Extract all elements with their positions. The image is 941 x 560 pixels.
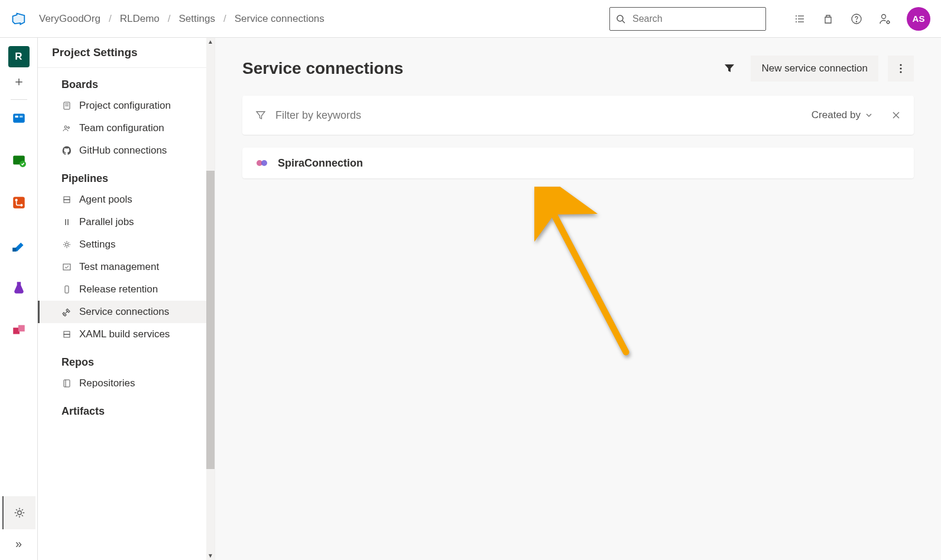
rail-project-tile[interactable]: R (8, 46, 30, 67)
rail-repos-icon[interactable] (8, 192, 30, 213)
settings-sidebar: ▲ ▼ Project Settings Boards Project conf… (38, 38, 215, 560)
new-connection-button[interactable]: New service connection (751, 56, 878, 82)
svg-point-9 (856, 21, 856, 21)
svg-point-19 (20, 204, 22, 206)
nav-team-configuration[interactable]: Team configuration (38, 117, 215, 139)
breadcrumb-project[interactable]: RLDemo (120, 13, 160, 25)
nav-xaml-build[interactable]: XAML build services (38, 323, 215, 346)
breadcrumb: VeryGoodOrg / RLDemo / Settings / Servic… (39, 13, 325, 25)
left-icon-rail: R ＋ » (0, 38, 38, 560)
azure-devops-logo-icon[interactable] (11, 11, 27, 27)
svg-rect-29 (64, 197, 70, 200)
scrollbar-up-arrow[interactable]: ▲ (206, 38, 215, 46)
svg-rect-20 (12, 248, 17, 252)
nav-label: Service connections (79, 306, 169, 318)
svg-point-23 (17, 511, 21, 515)
svg-rect-34 (63, 264, 70, 270)
repo-icon (61, 378, 72, 389)
svg-rect-17 (13, 197, 25, 209)
clear-filter-button[interactable] (891, 110, 901, 120)
rail-pipelines-icon[interactable] (8, 235, 30, 256)
svg-point-18 (15, 199, 17, 201)
settings-group-artifacts: Artifacts (38, 405, 215, 418)
svg-line-46 (545, 197, 626, 352)
filter-icon (255, 110, 266, 121)
rail-divider (11, 99, 27, 100)
settings-group-boards: Boards (38, 79, 215, 91)
svg-rect-35 (65, 286, 69, 293)
avatar[interactable]: AS (907, 7, 930, 31)
breadcrumb-page[interactable]: Service connections (235, 13, 325, 25)
page-title-row: Service connections New service connecti… (242, 56, 914, 82)
doc-icon (61, 100, 72, 111)
nav-project-configuration[interactable]: Project configuration (38, 95, 215, 117)
nav-label: GitHub connections (79, 145, 167, 157)
rail-worktracking-icon[interactable] (8, 149, 30, 171)
page-title: Service connections (242, 59, 403, 78)
sort-dropdown[interactable]: Created by (812, 109, 872, 121)
global-search[interactable] (609, 7, 766, 31)
rail-artifacts-icon[interactable] (8, 320, 30, 341)
nav-agent-pools[interactable]: Agent pools (38, 188, 215, 211)
svg-point-41 (900, 71, 901, 73)
gear-icon (61, 239, 72, 250)
nav-test-management[interactable]: Test management (38, 256, 215, 278)
sort-label: Created by (812, 109, 861, 121)
marketplace-icon[interactable] (822, 12, 835, 25)
main-content: Service connections New service connecti… (215, 38, 941, 560)
nav-label: Agent pools (79, 194, 132, 206)
breadcrumb-settings[interactable]: Settings (179, 13, 215, 25)
nav-label: XAML build services (79, 328, 170, 340)
svg-point-45 (261, 160, 267, 166)
rail-project-settings-icon[interactable] (2, 496, 35, 529)
nav-label: Release retention (79, 284, 158, 295)
nav-label: Project configuration (79, 100, 171, 112)
rail-boards-icon[interactable] (8, 107, 30, 128)
filter-input[interactable] (274, 109, 803, 122)
rail-testplans-icon[interactable] (8, 277, 30, 298)
connection-row[interactable]: SpiraConnection (242, 148, 914, 178)
work-items-icon[interactable] (793, 12, 806, 25)
svg-point-11 (887, 21, 889, 23)
svg-point-10 (882, 14, 886, 18)
search-icon (616, 14, 625, 24)
nav-label: Test management (79, 261, 159, 273)
nav-repositories[interactable]: Repositories (38, 372, 215, 395)
svg-rect-22 (18, 325, 24, 331)
breadcrumb-separator: / (168, 13, 171, 25)
test-icon (61, 262, 72, 272)
nav-github-connections[interactable]: GitHub connections (38, 139, 215, 162)
nav-release-retention[interactable]: Release retention (38, 278, 215, 301)
nav-parallel-jobs[interactable]: Parallel jobs (38, 211, 215, 233)
global-search-input[interactable] (631, 13, 760, 25)
svg-rect-12 (13, 114, 25, 123)
connection-name: SpiraConnection (278, 157, 363, 170)
svg-point-0 (617, 15, 623, 21)
svg-rect-30 (64, 200, 70, 203)
scrollbar-thumb[interactable] (206, 171, 215, 469)
scrollbar-down-arrow[interactable]: ▼ (206, 552, 215, 560)
nav-service-connections[interactable]: Service connections (38, 301, 215, 323)
more-actions-button[interactable] (888, 56, 914, 82)
top-header: VeryGoodOrg / RLDemo / Settings / Servic… (0, 0, 941, 38)
filter-toggle-button[interactable] (718, 57, 741, 80)
breadcrumb-separator: / (109, 13, 112, 25)
svg-point-40 (900, 67, 901, 69)
svg-point-27 (64, 126, 67, 128)
breadcrumb-org[interactable]: VeryGoodOrg (39, 13, 100, 25)
github-icon (61, 145, 72, 156)
help-icon[interactable] (850, 12, 863, 25)
connection-type-icon (255, 157, 268, 170)
rail-expand-icon[interactable]: » (8, 533, 30, 554)
svg-rect-14 (20, 116, 22, 118)
annotation-arrow (534, 187, 641, 364)
user-settings-icon[interactable] (878, 12, 891, 25)
nav-label: Team configuration (79, 122, 164, 134)
rail-add-button[interactable]: ＋ (8, 71, 30, 92)
chevron-down-icon (865, 112, 872, 119)
settings-group-pipelines: Pipelines (38, 172, 215, 185)
nav-label: Parallel jobs (79, 216, 134, 228)
nav-label: Repositories (79, 377, 135, 389)
nav-pipeline-settings[interactable]: Settings (38, 233, 215, 256)
svg-rect-36 (64, 331, 70, 334)
